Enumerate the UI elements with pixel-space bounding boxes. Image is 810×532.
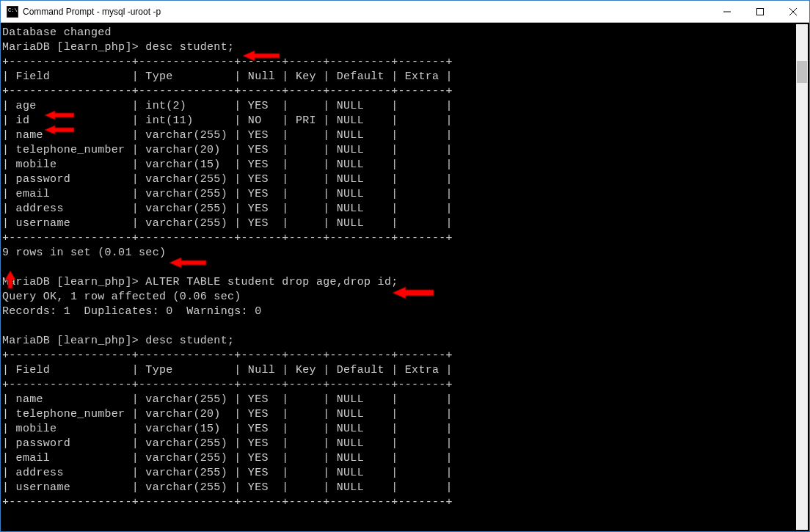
terminal-output[interactable]: Database changed MariaDB [learn_php]> de…: [1, 23, 809, 531]
maximize-button[interactable]: [743, 1, 776, 22]
window-controls: [710, 1, 809, 22]
table-row: | name | varchar(255) | YES | | NULL | |: [2, 393, 453, 406]
table-row: | mobile | varchar(15) | YES | | NULL | …: [2, 158, 453, 171]
titlebar[interactable]: Command Prompt - mysql -uroot -p: [1, 1, 809, 23]
table-row: | telephone_number | varchar(20) | YES |…: [2, 408, 453, 420]
table-row: | age | int(2) | YES | | NULL | |: [2, 100, 453, 112]
table-row: | address | varchar(255) | YES | | NULL …: [2, 203, 453, 215]
output-line: Records: 1 Duplicates: 0 Warnings: 0: [2, 305, 261, 318]
table-border: +------------------+--------------+-----…: [2, 349, 453, 362]
scrollbar-thumb[interactable]: [797, 61, 807, 83]
table-border: +------------------+--------------+-----…: [2, 379, 453, 391]
prompt: MariaDB [learn_php]>: [2, 41, 145, 54]
prompt: MariaDB [learn_php]>: [2, 335, 145, 347]
command: ALTER TABLE student drop age,drop id;: [145, 276, 398, 288]
cmd-icon: [7, 6, 18, 18]
table-border: +------------------+--------------+-----…: [2, 85, 453, 98]
table-row: | email | varchar(255) | YES | | NULL | …: [2, 452, 453, 464]
svg-rect-1: [756, 8, 763, 15]
command: desc student;: [145, 41, 234, 54]
output-line: Query OK, 1 row affected (0.06 sec): [2, 291, 241, 303]
table-row: | username | varchar(255) | YES | | NULL…: [2, 217, 453, 230]
table-row: | password | varchar(255) | YES | | NULL…: [2, 437, 453, 450]
table-header: | Field | Type | Null | Key | Default | …: [2, 364, 453, 376]
output-line: Database changed: [2, 26, 112, 39]
window-title: Command Prompt - mysql -uroot -p: [23, 7, 710, 17]
table-row: | username | varchar(255) | YES | | NULL…: [2, 481, 453, 494]
table-row: | email | varchar(255) | YES | | NULL | …: [2, 188, 453, 200]
command: desc student;: [145, 335, 234, 347]
table-border: +------------------+--------------+-----…: [2, 496, 453, 509]
table-row: | mobile | varchar(15) | YES | | NULL | …: [2, 423, 453, 435]
table-border: +------------------+--------------+-----…: [2, 232, 453, 244]
result-summary: 9 rows in set (0.01 sec): [2, 247, 166, 259]
table-row: | telephone_number | varchar(20) | YES |…: [2, 144, 453, 156]
vertical-scrollbar[interactable]: [796, 24, 808, 530]
close-button[interactable]: [776, 1, 809, 22]
table-border: +------------------+--------------+-----…: [2, 56, 453, 68]
command-prompt-window: Command Prompt - mysql -uroot -p Databas…: [0, 0, 810, 532]
table-row: | password | varchar(255) | YES | | NULL…: [2, 173, 453, 186]
prompt: MariaDB [learn_php]>: [2, 276, 145, 288]
table-row: | name | varchar(255) | YES | | NULL | |: [2, 129, 453, 142]
table-row: | address | varchar(255) | YES | | NULL …: [2, 467, 453, 479]
minimize-button[interactable]: [710, 1, 743, 22]
table-row: | id | int(11) | NO | PRI | NULL | |: [2, 114, 453, 127]
table-header: | Field | Type | Null | Key | Default | …: [2, 70, 453, 83]
